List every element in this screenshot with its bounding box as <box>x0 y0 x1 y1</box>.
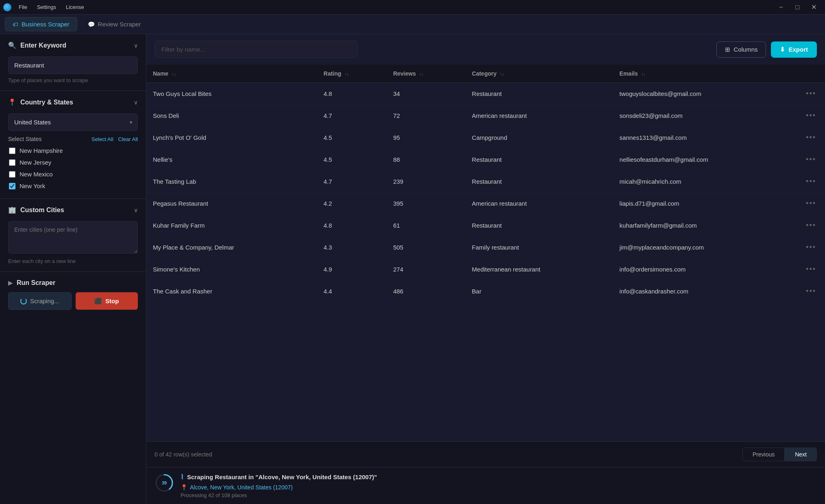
location-icon: 📍 <box>181 484 187 491</box>
menu-file[interactable]: File <box>15 3 31 11</box>
cities-section-content: Enter each city on a new line <box>0 221 146 272</box>
filter-input[interactable] <box>155 41 358 58</box>
table-row: Lynch's Pot O' Gold 4.5 95 Campground sa… <box>146 127 825 149</box>
menu-settings[interactable]: Settings <box>33 3 60 11</box>
cities-chevron-icon: ∨ <box>134 207 138 213</box>
cell-category-2: Campground <box>466 127 613 149</box>
col-name[interactable]: Name ↑↓ <box>146 65 317 83</box>
cities-section-left: 🏢 Custom Cities <box>8 206 64 214</box>
status-content: ⌇ Scraping Restaurant in "Alcove, New Yo… <box>181 473 817 498</box>
stop-button[interactable]: ⬛ Stop <box>76 292 138 310</box>
keyword-input[interactable] <box>8 56 138 74</box>
state-checkbox-new-hampshire[interactable] <box>9 148 15 154</box>
row-menu-button-1[interactable]: ••• <box>803 111 818 121</box>
country-section-content: United States Canada United Kingdom ▾ Se… <box>0 113 146 198</box>
sidebar: 🔍 Enter Keyword ∨ Type of places you wan… <box>0 34 146 504</box>
cities-section-header[interactable]: 🏢 Custom Cities ∨ <box>0 199 146 221</box>
stop-label: Stop <box>105 298 119 304</box>
cell-rating-2: 4.5 <box>317 127 387 149</box>
cell-email-9: info@caskandrasher.com <box>613 280 797 302</box>
country-select-wrapper: United States Canada United Kingdom ▾ <box>8 113 138 131</box>
state-checkbox-new-mexico[interactable] <box>9 171 15 178</box>
cell-actions-9: ••• <box>797 280 825 302</box>
table-buttons: ⊞ Columns ⬇ Export <box>716 41 817 58</box>
keyword-section: 🔍 Enter Keyword ∨ Type of places you wan… <box>0 34 146 91</box>
table-row: The Cask and Rasher 4.4 486 Bar info@cas… <box>146 280 825 302</box>
cell-category-5: American restaurant <box>466 193 613 215</box>
row-menu-button-7[interactable]: ••• <box>803 242 818 252</box>
keyword-chevron-icon: ∨ <box>134 42 138 49</box>
cell-email-7: jim@myplaceandcompany.com <box>613 237 797 259</box>
progress-number: 39 <box>162 480 167 485</box>
keyword-section-header[interactable]: 🔍 Enter Keyword ∨ <box>0 34 146 56</box>
country-section-header[interactable]: 📍 Country & States ∨ <box>0 91 146 113</box>
col-emails[interactable]: Emails ↑↓ <box>613 65 797 83</box>
keyword-section-content: Type of places you want to scrape <box>0 56 146 91</box>
progress-indicator: 39 <box>155 473 174 493</box>
cell-name-6: Kuhar Family Farm <box>146 215 317 237</box>
cell-actions-0: ••• <box>797 83 825 105</box>
row-menu-button-6[interactable]: ••• <box>803 220 818 230</box>
prev-button[interactable]: Previous <box>742 448 785 461</box>
table-row: Sons Deli 4.7 72 American restaurant son… <box>146 105 825 127</box>
col-category[interactable]: Category ↑↓ <box>466 65 613 83</box>
tab-review-scraper[interactable]: 💬 Review Scraper <box>81 17 148 31</box>
row-menu-button-8[interactable]: ••• <box>803 264 818 274</box>
cell-name-5: Pegasus Restaurant <box>146 193 317 215</box>
country-select[interactable]: United States Canada United Kingdom <box>8 113 138 131</box>
export-icon: ⬇ <box>780 46 785 53</box>
row-menu-button-2[interactable]: ••• <box>803 133 818 143</box>
pagination: Previous Next <box>742 448 817 461</box>
status-location-text: Alcove, New York, United States (12007) <box>190 484 293 491</box>
clear-all-button[interactable]: Clear All <box>118 136 138 142</box>
col-rating[interactable]: Rating ↑↓ <box>317 65 387 83</box>
cities-section-label: Custom Cities <box>20 206 64 214</box>
cell-rating-8: 4.9 <box>317 259 387 280</box>
tab-business-label: Business Scraper <box>22 21 70 28</box>
scraping-label: Scraping... <box>30 298 59 304</box>
business-tab-icon: 🏷 <box>13 21 18 28</box>
state-label-new-hampshire: New Hampshire <box>20 147 63 154</box>
row-menu-button-3[interactable]: ••• <box>803 154 818 165</box>
table-row: Kuhar Family Farm 4.8 61 Restaurant kuha… <box>146 215 825 237</box>
table-row: The Tasting Lab 4.7 239 Restaurant micah… <box>146 171 825 193</box>
tab-business-scraper[interactable]: 🏷 Business Scraper <box>5 17 77 31</box>
state-checkbox-new-york[interactable] <box>9 183 15 189</box>
states-header: Select States Select All Clear All <box>8 136 138 142</box>
next-button[interactable]: Next <box>785 448 817 461</box>
keyword-section-label: Enter Keyword <box>20 42 66 49</box>
row-menu-button-5[interactable]: ••• <box>803 198 818 209</box>
status-title-text: Scraping Restaurant in "Alcove, New York… <box>187 474 377 480</box>
cell-name-2: Lynch's Pot O' Gold <box>146 127 317 149</box>
row-menu-button-9[interactable]: ••• <box>803 286 818 296</box>
menu-license[interactable]: License <box>62 3 88 11</box>
select-all-button[interactable]: Select All <box>91 136 113 142</box>
state-item-new-hampshire: New Hampshire <box>8 146 138 156</box>
export-button[interactable]: ⬇ Export <box>771 41 817 58</box>
row-menu-button-4[interactable]: ••• <box>803 176 818 187</box>
cell-email-1: sonsdeli23@gmail.com <box>613 105 797 127</box>
cell-email-6: kuharfamilyfarm@gmail.com <box>613 215 797 237</box>
state-checkbox-new-jersey[interactable] <box>9 159 15 166</box>
cell-actions-2: ••• <box>797 127 825 149</box>
run-scraper-header: ▶ Run Scraper <box>8 279 138 287</box>
tab-review-label: Review Scraper <box>98 21 141 28</box>
main-layout: 🔍 Enter Keyword ∨ Type of places you wan… <box>0 34 825 504</box>
window-controls: − □ ✕ <box>773 0 822 15</box>
cities-textarea[interactable] <box>8 221 138 254</box>
columns-button[interactable]: ⊞ Columns <box>716 41 766 58</box>
titlebar: File Settings License − □ ✕ <box>0 0 825 15</box>
row-menu-button-0[interactable]: ••• <box>803 89 818 99</box>
table-row: Pegasus Restaurant 4.2 395 American rest… <box>146 193 825 215</box>
scraping-button[interactable]: Scraping... <box>8 292 72 310</box>
cell-rating-1: 4.7 <box>317 105 387 127</box>
table-controls: ⊞ Columns ⬇ Export <box>146 34 825 65</box>
minimize-button[interactable]: − <box>773 0 789 15</box>
close-button[interactable]: ✕ <box>805 0 822 15</box>
col-reviews[interactable]: Reviews ↑↓ <box>387 65 466 83</box>
state-label-new-jersey: New Jersey <box>20 159 51 166</box>
building-icon: 🏢 <box>8 206 16 214</box>
states-actions: Select All Clear All <box>91 136 138 142</box>
maximize-button[interactable]: □ <box>789 0 805 15</box>
cell-actions-1: ••• <box>797 105 825 127</box>
